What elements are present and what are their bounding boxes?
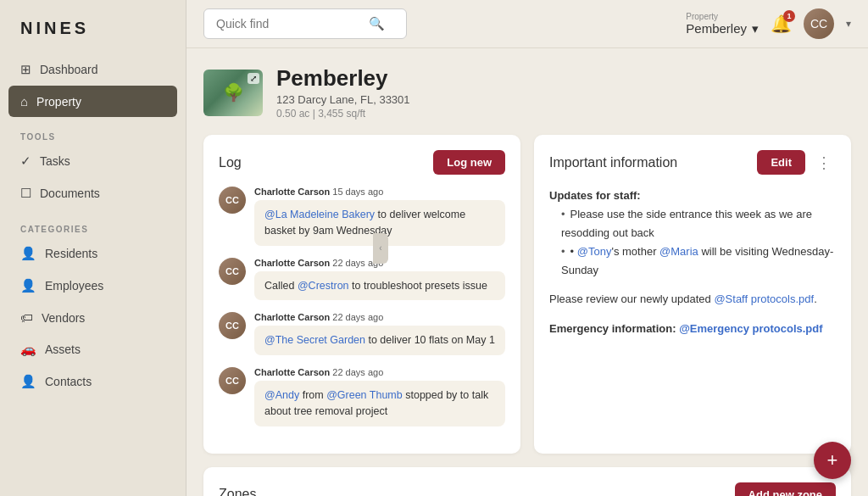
topbar-right: Property Pemberley ▾ 🔔 1 CC ▾ [686,8,851,39]
more-options-button[interactable]: ⋮ [812,151,836,175]
categories-section-label: CATEGORIES [0,213,186,237]
sidebar-item-assets[interactable]: 🚗 Assets [0,333,186,365]
residents-icon: 👤 [20,246,36,261]
property-selector[interactable]: Property Pemberley ▾ [686,12,759,36]
log-entry: CC Charlotte Carson 22 days ago @Andy fr… [219,367,505,426]
nav-documents[interactable]: ☐ Documents [0,177,186,209]
search-input[interactable] [216,17,360,31]
property-name: Pemberley [276,65,410,92]
employees-icon: 👤 [20,278,36,293]
log-meta: Charlotte Carson 15 days ago [254,187,505,197]
assets-icon: 🚗 [20,342,36,357]
tony-link[interactable]: @Tony [577,245,612,258]
emergency-label: Emergency information: [549,322,676,335]
main-content: ‹ 🔍 Property Pemberley ▾ 🔔 1 CC ▾ [186,0,868,496]
tasks-icon: ✓ [20,153,31,169]
nav-dashboard-label: Dashboard [40,63,98,76]
property-selector-label: Property [686,12,718,21]
property-header: 🌳 ⤢ Pemberley 123 Darcy Lane, FL, 33301 … [203,65,851,120]
log-author: Charlotte Carson [254,367,330,377]
sidebar-item-contacts[interactable]: 👤 Contacts [0,365,186,398]
log-link[interactable]: @Green Thumb [326,389,403,401]
log-card: Log Log new CC Charlotte Carson 15 days … [203,135,520,454]
documents-icon: ☐ [20,186,31,201]
property-icon: ⌂ [20,94,28,109]
property-thumbnail: 🌳 ⤢ [203,70,263,116]
zones-card: Zones Add new zone Name ▲ Size (sq/ft) ▲… [203,467,851,497]
avatar: CC [219,187,246,214]
nav-tasks[interactable]: ✓ Tasks [0,145,186,177]
review-text: Please review our newly updated [549,293,711,305]
list-item: Please use the side entrance this week a… [561,205,836,242]
log-time: 15 days ago [332,187,383,197]
fab-add-button[interactable]: + [814,442,851,479]
tools-section-label: TOOLS [0,120,186,145]
sidebar: NINES ⊞ Dashboard ⌂ Property TOOLS ✓ Tas… [0,0,186,496]
review-section: Please review our newly updated @Staff p… [549,290,836,309]
log-author: Charlotte Carson [254,187,330,197]
log-card-header: Log Log new [219,150,505,175]
search-box[interactable]: 🔍 [203,8,407,39]
selected-property-name: Pemberley [686,21,747,36]
avatar: CC [219,312,246,339]
edit-button[interactable]: Edit [757,150,805,175]
page-content: 🌳 ⤢ Pemberley 123 Darcy Lane, FL, 33301 … [186,48,868,496]
main-panels: Log Log new CC Charlotte Carson 15 days … [203,135,851,454]
nav-property[interactable]: ⌂ Property [8,86,177,117]
zones-header: Zones Add new zone [219,482,836,497]
log-text: @Andy from @Green Thumb stopped by to ta… [254,381,505,426]
log-entry-body: Charlotte Carson 22 days ago @Andy from … [254,367,505,426]
vendors-icon: 🏷 [20,310,33,325]
residents-label: Residents [45,247,97,260]
property-info: Pemberley 123 Darcy Lane, FL, 33301 0.50… [276,65,410,120]
add-zone-button[interactable]: Add new zone [735,482,836,497]
log-entry-body: Charlotte Carson 22 days ago @The Secret… [254,312,505,355]
log-entry: CC Charlotte Carson 15 days ago @La Made… [219,187,505,246]
zones-title: Zones [219,487,256,496]
log-text: @The Secret Garden to deliver 10 flats o… [254,326,505,355]
log-text: Called @Crestron to troubleshoot presets… [254,271,505,301]
sidebar-item-residents[interactable]: 👤 Residents [0,237,186,270]
topbar: 🔍 Property Pemberley ▾ 🔔 1 CC ▾ [186,0,868,48]
log-link[interactable]: @Crestron [298,280,349,292]
expand-icon[interactable]: ⤢ [248,73,259,84]
contacts-icon: 👤 [20,374,36,389]
log-title: Log [219,155,242,170]
log-entry: CC Charlotte Carson 22 days ago @The Sec… [219,312,505,355]
nav-dashboard[interactable]: ⊞ Dashboard [0,53,186,86]
nav-tasks-label: Tasks [40,154,70,168]
avatar[interactable]: CC [804,8,834,39]
sidebar-item-vendors[interactable]: 🏷 Vendors [0,302,186,333]
log-time: 22 days ago [332,312,383,322]
maria-link[interactable]: @Maria [659,245,698,258]
sidebar-collapse-handle[interactable]: ‹ [373,233,388,264]
log-meta: Charlotte Carson 22 days ago [254,367,505,377]
important-info-header: Important information Edit ⋮ [549,150,836,175]
important-info-card: Important information Edit ⋮ Updates for… [534,135,851,454]
log-author: Charlotte Carson [254,258,330,268]
avatar-image: CC [804,8,834,39]
avatar-chevron-icon: ▾ [846,18,851,30]
list-item: • @Tony's mother @Maria will be visiting… [561,242,836,280]
updates-label: Updates for staff: [549,187,836,205]
sidebar-item-employees[interactable]: 👤 Employees [0,270,186,302]
emergency-protocols-link[interactable]: @Emergency protocols.pdf [679,322,822,335]
property-select-value[interactable]: Pemberley ▾ [686,21,759,36]
property-address: 123 Darcy Lane, FL, 33301 [276,93,410,106]
vendors-label: Vendors [42,311,85,325]
important-info-title: Important information [549,155,677,170]
log-link[interactable]: @La Madeleine Bakery [264,209,375,220]
log-time: 22 days ago [332,367,383,377]
dashboard-icon: ⊞ [20,62,31,77]
staff-protocols-link[interactable]: @Staff protocols.pdf [714,293,814,305]
app-logo: NINES [0,0,186,53]
log-link[interactable]: @The Secret Garden [264,334,365,346]
nav-documents-label: Documents [40,187,100,200]
avatar: CC [219,258,246,285]
log-link[interactable]: @Andy [264,389,299,401]
notification-bell[interactable]: 🔔 1 [771,14,792,34]
contacts-label: Contacts [45,375,92,388]
chevron-down-icon: ▾ [752,21,759,36]
important-info-body: Updates for staff: Please use the side e… [549,187,836,338]
log-new-button[interactable]: Log new [433,150,505,175]
